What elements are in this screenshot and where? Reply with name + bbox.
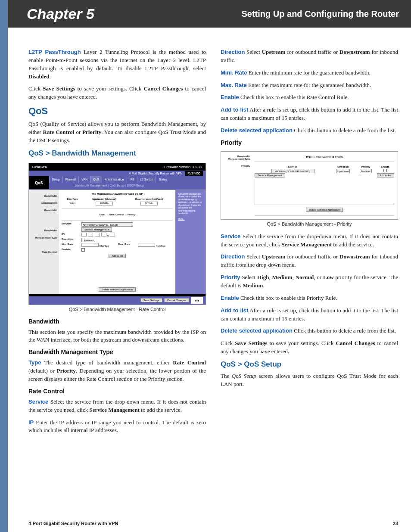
text-bold: Low bbox=[323, 274, 334, 280]
radio-rate-control[interactable]: Rate Control bbox=[109, 213, 124, 216]
more-link[interactable]: More... bbox=[178, 218, 203, 221]
priority-rule-list[interactable] bbox=[255, 179, 394, 205]
para-enable: Enable Check this box to enable this Rat… bbox=[221, 93, 398, 102]
direction-select[interactable]: Upstream bbox=[81, 238, 95, 242]
text-bold: Downstream bbox=[339, 253, 370, 260]
service-management-button[interactable]: Service Management bbox=[255, 173, 285, 177]
term-l2tp: L2TP PassThrough bbox=[28, 49, 81, 55]
priority-select[interactable]: Medium bbox=[360, 169, 371, 173]
min-rate-input[interactable] bbox=[81, 243, 99, 247]
service-management-button[interactable]: Service Management bbox=[81, 227, 112, 232]
text: Click this button to delete a rule from … bbox=[293, 327, 396, 334]
min-rate-label: Min. Rate: bbox=[62, 243, 80, 247]
fig2-side-label2: Priority bbox=[224, 165, 250, 167]
ip-input[interactable] bbox=[81, 233, 87, 236]
downstream-input[interactable]: BIT/Mb bbox=[140, 202, 158, 205]
radio-priority[interactable]: Priority bbox=[127, 213, 135, 216]
body-columns: L2TP PassThrough Layer 2 Tunneling Proto… bbox=[8, 28, 411, 439]
tab-ips[interactable]: IPS bbox=[127, 176, 137, 183]
ip-input[interactable] bbox=[88, 233, 93, 236]
delete-selected-button[interactable]: Delete selected application bbox=[99, 287, 136, 292]
save-settings-button[interactable]: Save Settings bbox=[140, 298, 162, 302]
para-addtolist: Add to list After a rule is set up, clic… bbox=[221, 106, 398, 122]
bw-heading: The Maximum Bandwidth provided by ISP bbox=[62, 193, 173, 195]
text-bold: Upstream bbox=[262, 49, 286, 55]
text: Enter the IP address or IP range you nee… bbox=[28, 419, 206, 434]
service-select[interactable]: All Traffic[TCP&UDP/1~65535] bbox=[271, 169, 314, 173]
cancel-changes-button[interactable]: Cancel Changes bbox=[164, 298, 189, 302]
para-bandwidth: This section lets you specify the maximu… bbox=[28, 328, 206, 345]
text: to save your settings. Click bbox=[267, 340, 336, 346]
col-interface: Interface bbox=[62, 197, 83, 201]
heading-qos-setup: QoS > QoS Setup bbox=[221, 360, 398, 369]
tab-qos[interactable]: QoS bbox=[90, 176, 102, 183]
enable-checkbox[interactable] bbox=[81, 248, 85, 252]
para-qossetup: The QoS Setup screen allows users to con… bbox=[221, 372, 398, 389]
figure-rate-control: LINKSYS Firmware Version: 1.0.11 4-Port … bbox=[28, 163, 206, 305]
ip-input[interactable] bbox=[101, 233, 106, 236]
heading-priority: Priority bbox=[221, 139, 398, 146]
text: for outbound traffic or bbox=[285, 253, 339, 260]
tab-setup[interactable]: Setup bbox=[49, 176, 62, 183]
term-enable: Enable bbox=[221, 94, 239, 100]
text-italic: QoS Setup bbox=[232, 373, 256, 379]
tab-vpn[interactable]: VPN bbox=[78, 176, 90, 183]
text: to save your settings. Click bbox=[75, 85, 143, 92]
term-maxrate: Max. Rate bbox=[221, 82, 247, 88]
ip-input[interactable] bbox=[110, 233, 115, 236]
chapter-number: Chapter 5 bbox=[27, 6, 94, 22]
cisco-logo: ▮▮▮ bbox=[191, 297, 203, 304]
router-help-panel: Bandwidth Management allows you to contr… bbox=[175, 190, 206, 294]
tab-admin[interactable]: Administration bbox=[102, 176, 126, 183]
text: The bbox=[221, 373, 232, 379]
radio-priority[interactable]: Priority bbox=[335, 156, 343, 158]
para-save: Click Save Settings to save your setting… bbox=[28, 85, 206, 101]
term-service2: Service bbox=[221, 233, 240, 240]
term-delete: Delete selected application bbox=[221, 127, 293, 134]
sub-tabs[interactable]: Bandwidth Management | QoS Setup | DSCP … bbox=[49, 183, 206, 190]
text: Click this button to delete a rule from … bbox=[293, 127, 396, 134]
delete-selected-button[interactable]: Delete selected application bbox=[306, 208, 343, 212]
unit: Kbit/Sec bbox=[156, 245, 165, 247]
top-tabs: Setup Firewall VPN QoS Administration IP… bbox=[49, 176, 206, 183]
para-l2tp: L2TP PassThrough Layer 2 Tunneling Proto… bbox=[28, 48, 206, 81]
page: Chapter 5 Setting Up and Configuring the… bbox=[0, 0, 411, 532]
text-bold: High bbox=[257, 274, 269, 280]
enable-checkbox[interactable] bbox=[383, 169, 387, 172]
add-to-list-button[interactable]: Add to list bbox=[109, 254, 126, 258]
para-ip: IP Enter the IP address or IP range you … bbox=[28, 419, 206, 435]
text: or bbox=[74, 129, 82, 135]
text-bold: Downstream bbox=[339, 49, 370, 55]
chapter-section: Setting Up and Configuring the Router bbox=[241, 9, 399, 19]
tab-l2switch[interactable]: L2 Switch bbox=[137, 176, 156, 183]
term-ip: IP bbox=[28, 419, 34, 426]
add-to-list-button[interactable]: Add to list bbox=[377, 173, 394, 177]
right-column: Direction Select Upstream for outbound t… bbox=[221, 48, 398, 439]
col-enable: Enable bbox=[376, 165, 394, 169]
page-number: 23 bbox=[393, 521, 398, 526]
para-priority: Priority Select High, Medium, Normal, or… bbox=[221, 274, 398, 290]
fig2-side-label1: Bandwidth Management Type bbox=[224, 155, 250, 160]
model-badge: RVS4000 bbox=[185, 171, 203, 176]
priority-table: Service Direction Priority Enable All Tr… bbox=[255, 165, 394, 177]
radio-rate-control[interactable]: Rate Control bbox=[316, 156, 331, 158]
text-bold: Disabled bbox=[28, 73, 49, 80]
direction-select[interactable]: Upstream bbox=[336, 169, 350, 173]
tab-status[interactable]: Status bbox=[156, 176, 170, 183]
upstream-input[interactable]: BIT/Mb bbox=[96, 202, 113, 205]
tab-firewall[interactable]: Firewall bbox=[62, 176, 78, 183]
text-bold: Priority bbox=[82, 129, 101, 135]
text-bold: Priority bbox=[57, 367, 76, 374]
ip-input[interactable] bbox=[95, 233, 100, 236]
rule-list[interactable] bbox=[62, 260, 173, 286]
text: The desired type of bandwidth management… bbox=[41, 359, 173, 366]
max-rate-input[interactable] bbox=[138, 243, 155, 247]
product-name: 4-Port Gigabit Security Router with VPN bbox=[129, 172, 182, 175]
text: (default) or bbox=[28, 367, 57, 374]
router-body: Bandwidth Management Bandwidth Bandwidth… bbox=[29, 190, 206, 294]
col-upstream: Upstream (kbit/sec) bbox=[83, 197, 125, 201]
text: Check this box to enable this Rate Contr… bbox=[239, 94, 349, 100]
figure-priority: Bandwidth Management Type Type: ○ Rate C… bbox=[221, 151, 398, 220]
service-select[interactable]: All Traffic[TCP&UDP/1~65535] bbox=[81, 222, 133, 227]
side-label: Rate Control bbox=[31, 249, 57, 256]
